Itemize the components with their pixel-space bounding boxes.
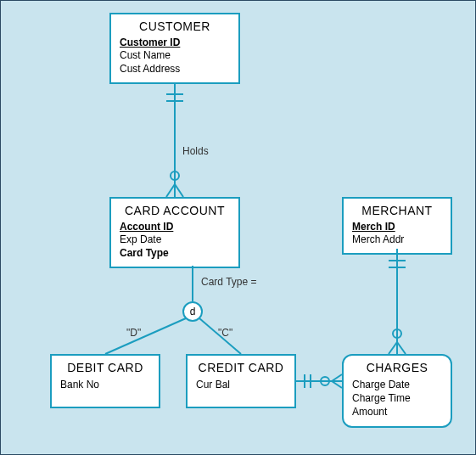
disjoint-indicator: d xyxy=(182,301,203,322)
entity-attr: Cust Address xyxy=(120,62,230,76)
entity-merchant: MERCHANT Merch ID Merch Addr xyxy=(342,197,452,255)
relationship-label-holds: Holds xyxy=(182,145,209,157)
entity-credit-card: CREDIT CARD Cur Bal xyxy=(186,354,296,408)
entity-attr: Merch Addr xyxy=(352,233,442,246)
entity-key: Customer ID xyxy=(120,37,230,48)
svg-point-3 xyxy=(171,171,179,180)
entity-title: CUSTOMER xyxy=(120,20,230,33)
svg-line-13 xyxy=(332,374,342,381)
entity-attr: Cust Name xyxy=(120,48,230,62)
entity-customer: CUSTOMER Customer ID Cust Name Cust Addr… xyxy=(109,13,240,84)
svg-point-12 xyxy=(321,377,329,385)
entity-discriminator: Card Type xyxy=(120,246,230,260)
svg-point-18 xyxy=(393,329,401,338)
entity-charges: CHARGES Charge Date Charge Time Amount xyxy=(342,354,452,428)
entity-attr: Amount xyxy=(352,405,442,418)
entity-title: CHARGES xyxy=(352,361,442,374)
svg-line-7 xyxy=(105,318,186,354)
svg-line-4 xyxy=(166,184,175,197)
discriminator-label: Card Type = xyxy=(201,276,256,288)
entity-attr: Charge Time xyxy=(352,391,442,405)
entity-attr: Charge Date xyxy=(352,378,442,391)
svg-line-14 xyxy=(332,381,342,388)
entity-title: DEBIT CARD xyxy=(60,361,150,374)
svg-line-5 xyxy=(175,184,183,197)
entity-key: Merch ID xyxy=(352,221,442,233)
entity-card-account: CARD ACCOUNT Account ID Exp Date Card Ty… xyxy=(109,197,240,268)
entity-attr: Exp Date xyxy=(120,233,230,246)
entity-title: CARD ACCOUNT xyxy=(120,204,230,217)
entity-debit-card: DEBIT CARD Bank No xyxy=(50,354,160,408)
svg-line-19 xyxy=(389,342,397,354)
entity-title: MERCHANT xyxy=(352,204,442,217)
subtype-label-d: "D" xyxy=(126,327,141,339)
svg-line-20 xyxy=(397,342,406,354)
entity-attr: Bank No xyxy=(60,378,150,391)
entity-title: CREDIT CARD xyxy=(196,361,286,374)
subtype-label-c: "C" xyxy=(218,327,232,339)
entity-key: Account ID xyxy=(120,221,230,233)
erd-canvas: CUSTOMER Customer ID Cust Name Cust Addr… xyxy=(0,0,476,455)
entity-attr: Cur Bal xyxy=(196,378,286,391)
